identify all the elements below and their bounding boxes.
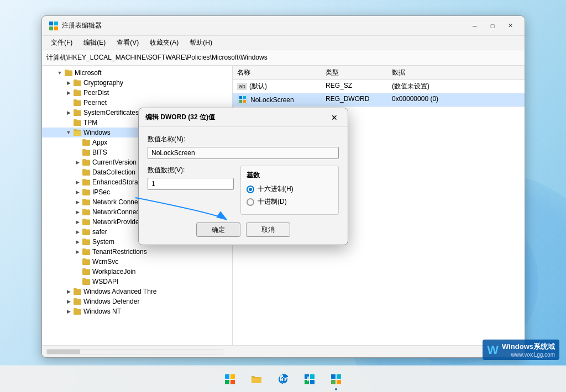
svg-rect-16 bbox=[310, 380, 315, 384]
dialog-name-input[interactable] bbox=[148, 147, 339, 159]
tree-label-safer: safer bbox=[92, 228, 107, 236]
table-row[interactable]: ab (默认) REG_SZ (数值未设置) bbox=[233, 80, 525, 93]
cell-name-nolockscreen: NoLockScreen bbox=[237, 95, 326, 105]
expand-currentversion[interactable]: ▶ bbox=[73, 158, 82, 167]
taskbar-store[interactable] bbox=[297, 367, 322, 391]
radio-hex-circle bbox=[247, 186, 254, 193]
expand-enhancedstorage[interactable]: ▶ bbox=[73, 178, 82, 187]
watermark-url: www.wxcLgg.com bbox=[502, 352, 555, 358]
tree-item-wsdapi[interactable]: ▶ WSDAPI bbox=[42, 277, 232, 287]
radio-hex-label: 十六进制(H) bbox=[258, 184, 294, 194]
tree-label-system: System bbox=[92, 238, 114, 246]
col-header-data: 数据 bbox=[392, 68, 520, 77]
menu-file[interactable]: 文件(F) bbox=[46, 37, 77, 49]
tree-item-cryptography[interactable]: ▶ Cryptography bbox=[42, 78, 232, 88]
expand-windowsadvanced[interactable]: ▶ bbox=[64, 287, 73, 296]
address-bar: 计算机\HKEY_LOCAL_MACHINE\SOFTWARE\Policies… bbox=[42, 50, 525, 66]
expand-windowsnt[interactable]: ▶ bbox=[64, 307, 73, 316]
svg-rect-12 bbox=[230, 380, 235, 384]
expand-microsoft[interactable]: ▼ bbox=[55, 68, 64, 77]
expand-system[interactable]: ▶ bbox=[73, 237, 82, 246]
taskbar-edge[interactable] bbox=[271, 367, 295, 391]
value-name-nolockscreen: NoLockScreen bbox=[250, 96, 294, 104]
tree-item-windowsnt[interactable]: ▶ Windows NT bbox=[42, 306, 232, 316]
dialog-body: 数值名称(N): 数值数据(V): 基数 十六进制(H) 十进制(D) bbox=[139, 127, 348, 223]
tree-item-windowsdefender[interactable]: ▶ Windows Defender bbox=[42, 296, 232, 306]
value-name-default: (默认) bbox=[249, 82, 267, 91]
taskbar-regedit[interactable] bbox=[324, 367, 348, 391]
base-section: 基数 十六进制(H) 十进制(D) bbox=[240, 166, 339, 215]
expand-cryptography[interactable]: ▶ bbox=[64, 78, 73, 87]
radio-hex[interactable]: 十六进制(H) bbox=[247, 184, 333, 194]
col-header-name: 名称 bbox=[237, 68, 326, 77]
dialog-value-label: 数值数据(V): bbox=[148, 166, 234, 175]
tree-label-appx: Appx bbox=[92, 139, 107, 146]
expand-safer[interactable]: ▶ bbox=[73, 227, 82, 236]
title-bar: 注册表编辑器 ─ □ ✕ bbox=[42, 16, 525, 36]
tree-label-cryptography: Cryptography bbox=[83, 79, 123, 87]
watermark-text: Windows系统域 www.wxcLgg.com bbox=[502, 342, 555, 358]
expand-windows[interactable]: ▼ bbox=[64, 128, 73, 137]
menu-favorites[interactable]: 收藏夹(A) bbox=[145, 37, 183, 49]
close-button[interactable]: ✕ bbox=[502, 20, 518, 31]
expand-ipsec[interactable]: ▶ bbox=[73, 188, 82, 197]
menu-edit[interactable]: 编辑(E) bbox=[79, 37, 110, 49]
svg-rect-7 bbox=[243, 100, 246, 103]
tree-label-wcmsvc: WcmSvc bbox=[92, 258, 118, 266]
menu-view[interactable]: 查看(V) bbox=[112, 37, 143, 49]
maximize-button[interactable]: □ bbox=[485, 20, 500, 31]
taskbar-explorer[interactable] bbox=[244, 367, 269, 391]
app-icon bbox=[49, 21, 59, 31]
table-row[interactable]: NoLockScreen REG_DWORD 0x00000000 (0) bbox=[233, 93, 525, 107]
window-controls: ─ □ ✕ bbox=[467, 20, 518, 31]
expand-windowsdefender[interactable]: ▶ bbox=[64, 297, 73, 306]
tree-item-windowsadvanced[interactable]: ▶ Windows Advanced Thre bbox=[42, 287, 232, 296]
status-bar bbox=[42, 345, 525, 357]
svg-rect-9 bbox=[225, 374, 229, 379]
tree-label-windows: Windows bbox=[83, 129, 111, 136]
address-text: 计算机\HKEY_LOCAL_MACHINE\SOFTWARE\Policies… bbox=[46, 53, 268, 62]
svg-rect-2 bbox=[49, 27, 53, 30]
tree-label-networkconnecti: NetworkConnecti bbox=[92, 208, 143, 216]
tree-label-tpm: TPM bbox=[83, 119, 97, 126]
tree-item-wcmsvc[interactable]: ▶ WcmSvc bbox=[42, 257, 232, 267]
watermark-logo: W Windows系统域 www.wxcLgg.com bbox=[487, 342, 555, 358]
expand-networkconnect[interactable]: ▶ bbox=[73, 198, 82, 206]
title-left: 注册表编辑器 bbox=[49, 21, 102, 31]
svg-rect-17 bbox=[331, 374, 336, 379]
radio-hex-inner bbox=[249, 188, 252, 191]
dialog-ok-button[interactable]: 确定 bbox=[196, 223, 240, 237]
col-header-type: 类型 bbox=[326, 68, 392, 77]
tree-item-peernet[interactable]: ▶ Peernet bbox=[42, 98, 232, 108]
expand-tenantrestrictions[interactable]: ▶ bbox=[73, 247, 82, 256]
radio-dec-circle bbox=[247, 198, 254, 206]
value-type-nolockscreen: REG_DWORD bbox=[326, 95, 392, 105]
tree-item-peerdist[interactable]: ▶ PeerDist bbox=[42, 88, 232, 98]
svg-rect-11 bbox=[225, 380, 229, 384]
svg-rect-14 bbox=[310, 374, 315, 379]
tree-item-microsoft[interactable]: ▼ Microsoft bbox=[42, 68, 232, 78]
minimize-button[interactable]: ─ bbox=[467, 20, 483, 31]
menu-help[interactable]: 帮助(H) bbox=[185, 37, 217, 49]
expand-networkprovider[interactable]: ▶ bbox=[73, 218, 82, 226]
dword-dialog: 编辑 DWORD (32 位)值 ✕ 数值名称(N): 数值数据(V): 基数 … bbox=[138, 108, 348, 245]
value-type-default: REG_SZ bbox=[326, 82, 392, 91]
tree-label-currentversion: CurrentVersion bbox=[92, 158, 137, 166]
tree-label-microsoft: Microsoft bbox=[75, 69, 102, 77]
tree-label-systemcerts: SystemCertificates bbox=[83, 109, 139, 116]
dialog-value-input[interactable] bbox=[148, 178, 234, 190]
tree-label-tenantrestrictions: TenantRestrictions bbox=[92, 248, 147, 256]
expand-systemcerts[interactable]: ▶ bbox=[64, 108, 73, 117]
dialog-row: 数值数据(V): 基数 十六进制(H) 十进制(D) bbox=[148, 166, 339, 215]
watermark-brand: Windows系统域 bbox=[502, 342, 555, 352]
dialog-cancel-button[interactable]: 取消 bbox=[246, 223, 290, 237]
tree-label-bits: BITS bbox=[92, 149, 107, 156]
taskbar bbox=[0, 365, 566, 392]
expand-networkconnecti[interactable]: ▶ bbox=[73, 208, 82, 216]
radio-dec[interactable]: 十进制(D) bbox=[247, 197, 333, 206]
expand-peerdist[interactable]: ▶ bbox=[64, 88, 73, 97]
tree-item-workplacejoin[interactable]: ▶ WorkplaceJoin bbox=[42, 267, 232, 277]
taskbar-start[interactable] bbox=[218, 367, 242, 391]
dialog-close-button[interactable]: ✕ bbox=[328, 112, 341, 123]
tree-item-tenantrestrictions[interactable]: ▶ TenantRestrictions bbox=[42, 247, 232, 257]
